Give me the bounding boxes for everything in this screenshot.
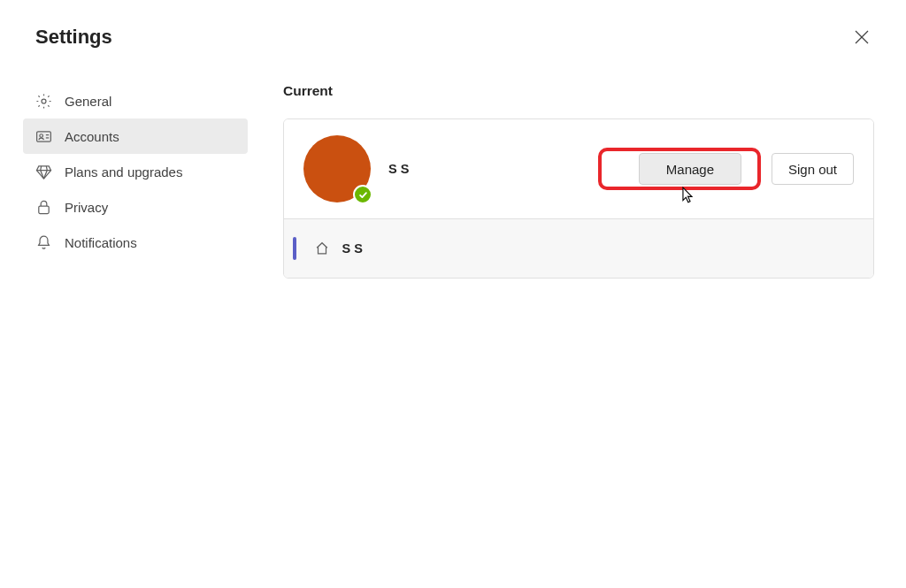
home-icon — [314, 241, 330, 256]
settings-sidebar: General Accounts Plans and upgrades — [23, 67, 248, 279]
sidebar-item-label: Notifications — [65, 235, 137, 250]
presence-badge-available — [353, 185, 372, 204]
sidebar-item-label: Privacy — [65, 200, 108, 215]
sidebar-item-label: Accounts — [65, 129, 119, 144]
check-icon — [358, 190, 368, 200]
sidebar-item-notifications[interactable]: Notifications — [23, 225, 248, 260]
sidebar-item-general[interactable]: General — [23, 83, 248, 118]
sidebar-item-privacy[interactable]: Privacy — [23, 189, 248, 225]
settings-main: Current S S Manage Sign o — [283, 67, 874, 279]
sidebar-item-label: General — [65, 94, 111, 109]
close-button[interactable] — [849, 25, 874, 50]
avatar — [303, 135, 371, 202]
svg-point-4 — [40, 134, 43, 137]
sidebar-item-accounts[interactable]: Accounts — [23, 118, 248, 154]
sign-out-button[interactable]: Sign out — [772, 153, 854, 185]
manage-button[interactable]: Manage — [639, 153, 741, 185]
account-row: S S Manage Sign out — [284, 119, 873, 218]
bell-icon — [35, 234, 52, 251]
account-display-name: S S — [388, 162, 409, 176]
lock-icon — [35, 199, 52, 216]
diamond-icon — [35, 164, 52, 180]
tenant-row[interactable]: S S — [284, 218, 873, 278]
annotation-highlight: Manage — [598, 148, 761, 190]
close-icon — [855, 30, 869, 44]
page-title: Settings — [35, 26, 112, 49]
svg-rect-7 — [39, 206, 49, 214]
gear-icon — [35, 93, 52, 110]
sidebar-item-plans[interactable]: Plans and upgrades — [23, 154, 248, 189]
id-card-icon — [35, 128, 52, 145]
section-heading-current: Current — [283, 83, 874, 99]
sidebar-item-label: Plans and upgrades — [65, 164, 182, 179]
svg-rect-3 — [37, 131, 51, 141]
svg-point-2 — [42, 99, 46, 103]
account-card: S S Manage Sign out S S — [283, 118, 874, 279]
active-indicator — [293, 237, 296, 260]
tenant-label: S S — [342, 241, 363, 256]
